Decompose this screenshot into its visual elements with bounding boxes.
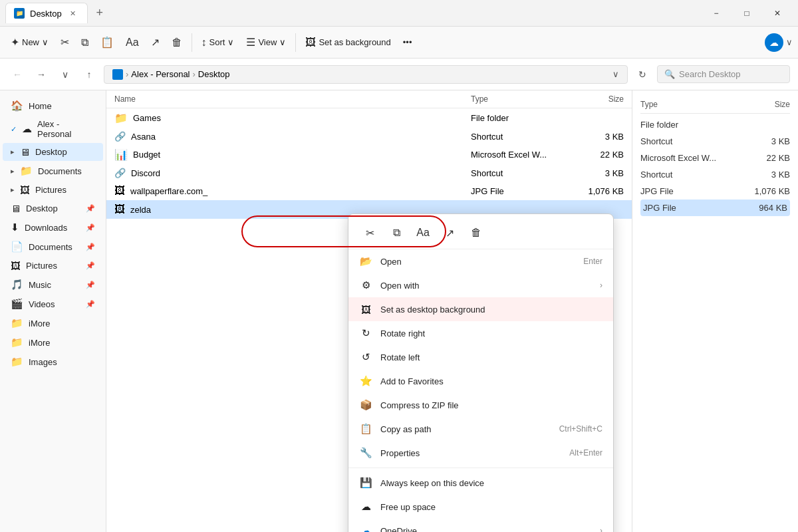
cm-item-favorites[interactable]: ⭐ Add to Favorites: [348, 369, 613, 393]
rp-row-discord[interactable]: Shortcut 3 KB: [640, 166, 790, 183]
sidebar-item-documents[interactable]: ▸ 📁 Documents: [3, 162, 103, 180]
more-button[interactable]: •••: [398, 33, 418, 51]
file-row-budget[interactable]: 📊 Budget Microsoft Excel W... 22 KB: [106, 145, 632, 164]
file-row-games[interactable]: 📁 Games File folder: [106, 108, 632, 128]
close-button[interactable]: ✕: [762, 3, 793, 24]
path-alex: Alex - Personal: [131, 69, 190, 79]
search-box[interactable]: 🔍 Search Desktop: [657, 65, 790, 83]
cm-delete-button[interactable]: 🗑: [466, 222, 487, 243]
music-icon: 🎵: [11, 279, 23, 291]
file-row-wallpaper[interactable]: 🖼 wallpaperflare.com_ JPG File 1,076 KB: [106, 182, 632, 200]
sidebar-item-desktop-pin[interactable]: 🖥 Desktop 📌: [3, 200, 103, 217]
up-button[interactable]: ↑: [80, 65, 98, 84]
rp-row-games[interactable]: File folder: [640, 116, 790, 133]
cm-item-properties[interactable]: 🔧 Properties Alt+Enter: [348, 441, 613, 465]
sidebar-label-images: Images: [29, 357, 57, 367]
rp-header: Type Size: [640, 96, 790, 114]
path-dropdown[interactable]: ∨: [612, 69, 619, 79]
new-tab-button[interactable]: +: [90, 4, 109, 23]
sort-button[interactable]: ↕ Sort ∨: [196, 33, 240, 53]
sidebar-item-desktop[interactable]: ▸ 🖥 Desktop: [3, 143, 103, 161]
rp-type-games: File folder: [640, 120, 737, 130]
cm-copy-button[interactable]: ⧉: [386, 222, 407, 243]
address-path[interactable]: › Alex - Personal › Desktop ∨: [104, 65, 628, 84]
sidebar-label-home: Home: [29, 101, 52, 111]
toolbar: ✦ New ∨ ✂ ⧉ 📋 Aa ↗ 🗑 ↕ Sort ∨ ☰ View ∨ 🖼…: [0, 27, 798, 59]
cm-setbg-label: Set as desktop background: [380, 305, 602, 315]
cm-item-compress[interactable]: 📦 Compress to ZIP file: [348, 393, 613, 417]
cm-props-icon: 🔧: [359, 446, 372, 460]
sidebar-item-alex[interactable]: ✓ ☁ Alex - Personal: [3, 116, 103, 142]
cm-item-copy-path[interactable]: 📋 Copy as path Ctrl+Shift+C: [348, 417, 613, 441]
sidebar-label-music: Music: [29, 280, 51, 290]
cm-item-set-bg[interactable]: 🖼 Set as desktop background: [348, 297, 613, 321]
forward-button[interactable]: →: [32, 65, 51, 84]
active-tab[interactable]: 📁 Desktop ✕: [5, 3, 88, 23]
sidebar-item-videos[interactable]: 🎬 Videos 📌: [3, 295, 103, 313]
view-button[interactable]: ☰ View ∨: [241, 32, 291, 53]
path-separator-1: ›: [126, 69, 128, 79]
tab-close-button[interactable]: ✕: [67, 7, 79, 19]
pictures-icon: 🖼: [20, 184, 30, 196]
file-row-asana[interactable]: 🔗 Asana Shortcut 3 KB: [106, 128, 632, 145]
pin-icon: 📌: [86, 204, 95, 213]
cm-item-rotate-right[interactable]: ↻ Rotate right: [348, 321, 613, 345]
set-bg-button[interactable]: 🖼 Set as background: [300, 33, 396, 53]
rp-col-size: Size: [737, 100, 790, 109]
file-row-discord[interactable]: 🔗 Discord Shortcut 3 KB: [106, 164, 632, 182]
view-icon: ☰: [246, 36, 255, 49]
set-bg-label: Set as background: [319, 37, 390, 47]
cm-cut-button[interactable]: ✂: [359, 222, 380, 243]
onedrive-arrow: ∨: [786, 37, 793, 47]
cm-item-free-up[interactable]: ☁ Free up space: [348, 495, 613, 519]
rp-row-wallpaper[interactable]: JPG File 1,076 KB: [640, 183, 790, 200]
rp-size-wallpaper: 1,076 KB: [737, 186, 790, 196]
back-button[interactable]: ←: [8, 65, 27, 84]
refresh-button[interactable]: ↻: [633, 65, 652, 84]
search-icon: 🔍: [664, 69, 675, 79]
sidebar-item-music[interactable]: 🎵 Music 📌: [3, 275, 103, 294]
sidebar-item-documents2[interactable]: 📄 Documents 📌: [3, 237, 103, 256]
cm-item-open-with[interactable]: ⚙ Open with ›: [348, 273, 613, 297]
share-button[interactable]: ↗: [146, 32, 165, 53]
tab-folder-icon: 📁: [14, 8, 25, 19]
new-button[interactable]: ✦ New ∨: [5, 32, 54, 53]
paste-button[interactable]: 📋: [95, 32, 119, 53]
sidebar-label-documents2: Documents: [29, 242, 72, 252]
copy-button[interactable]: ⧉: [76, 33, 94, 53]
minimize-button[interactable]: −: [701, 3, 732, 24]
rp-row-zelda[interactable]: JPG File 964 KB: [640, 200, 790, 216]
rp-row-budget[interactable]: Microsoft Excel W... 22 KB: [640, 150, 790, 166]
videos-icon: 🎬: [11, 298, 23, 310]
cm-compress-label: Compress to ZIP file: [380, 400, 602, 410]
sidebar-item-home[interactable]: 🏠 Home: [3, 96, 103, 115]
cm-item-onedrive[interactable]: ☁ OneDrive ›: [348, 519, 613, 532]
cm-item-always-keep[interactable]: 💾 Always keep on this device: [348, 471, 613, 495]
rp-row-asana[interactable]: Shortcut 3 KB: [640, 133, 790, 150]
sidebar-item-imore1[interactable]: 📁 iMore: [3, 314, 103, 332]
sidebar-item-downloads[interactable]: ⬇ Downloads 📌: [3, 218, 103, 237]
file-size-budget: 22 KB: [571, 150, 624, 160]
delete-button[interactable]: 🗑: [166, 33, 188, 53]
cm-item-rotate-left[interactable]: ↺ Rotate left: [348, 345, 613, 369]
cm-item-open[interactable]: 📂 Open Enter: [348, 249, 613, 273]
tab-area: 📁 Desktop ✕ +: [5, 3, 701, 23]
rename-button[interactable]: Aa: [120, 33, 144, 53]
imore2-icon: 📁: [11, 336, 23, 348]
sidebar-item-pictures2[interactable]: 🖼 Pictures 📌: [3, 257, 103, 275]
maximize-button[interactable]: □: [732, 3, 762, 24]
sidebar-item-images[interactable]: 📁 Images: [3, 352, 103, 371]
sidebar-item-imore2[interactable]: 📁 iMore: [3, 333, 103, 352]
cut-icon: ✂: [61, 36, 69, 49]
cut-button[interactable]: ✂: [55, 32, 74, 53]
cm-share-button[interactable]: ↗: [439, 222, 460, 243]
home-icon: 🏠: [11, 100, 23, 112]
up-expand-button[interactable]: ∨: [56, 65, 74, 84]
cm-onedrive-arrow: ›: [600, 526, 602, 532]
sidebar-item-pictures[interactable]: ▸ 🖼 Pictures: [3, 181, 103, 199]
rp-size-discord: 3 KB: [737, 170, 790, 180]
cm-freeup-label: Free up space: [380, 502, 602, 512]
icon-discord: 🔗: [114, 168, 126, 178]
cm-rename-button[interactable]: Aa: [412, 222, 434, 243]
search-placeholder: Search Desktop: [679, 69, 741, 79]
